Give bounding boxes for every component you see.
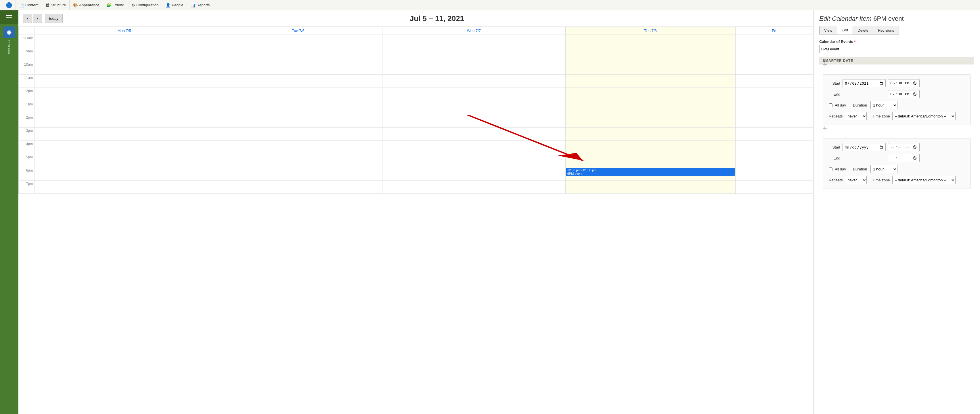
cell-fri-5pm[interactable] bbox=[735, 154, 813, 167]
cell-fri-3pm[interactable] bbox=[735, 128, 813, 141]
today-button[interactable]: today bbox=[45, 14, 63, 23]
duration-select-2[interactable]: 1 hour 30 minutes 2 hours bbox=[870, 165, 897, 173]
start-date-input-2[interactable] bbox=[843, 143, 886, 151]
cell-thu-12pm[interactable] bbox=[565, 88, 735, 101]
cell-thu-all-day[interactable] bbox=[565, 35, 735, 48]
hamburger-button[interactable] bbox=[0, 10, 18, 24]
cell-thu-6pm[interactable]: 12:00 pm - 01:00 pm 6PM event bbox=[565, 167, 735, 181]
cell-mon-1pm[interactable] bbox=[35, 101, 214, 114]
cell-fri-2pm[interactable] bbox=[735, 114, 813, 128]
cell-fri-10am[interactable] bbox=[735, 61, 813, 75]
nav-reports[interactable]: 📊 Reports bbox=[187, 0, 214, 10]
repeats-select-1[interactable]: never daily weekly monthly bbox=[845, 112, 867, 120]
field-label: Calendar of Events * bbox=[819, 40, 974, 44]
repeats-row-2: Repeats never daily weekly monthly Time … bbox=[829, 176, 965, 184]
cell-tue-3pm[interactable] bbox=[214, 128, 382, 141]
cell-wed-7pm[interactable] bbox=[382, 181, 566, 194]
cell-thu-2pm[interactable] bbox=[565, 114, 735, 128]
prev-button[interactable]: ‹ bbox=[23, 14, 32, 23]
cell-thu-11am[interactable] bbox=[565, 75, 735, 88]
cell-wed-9am[interactable] bbox=[382, 48, 566, 61]
nav-structure[interactable]: 🏛 Structure bbox=[42, 0, 70, 10]
tab-revisions[interactable]: Revisions bbox=[873, 26, 899, 35]
cell-thu-9am[interactable] bbox=[565, 48, 735, 61]
cell-fri-all-day[interactable] bbox=[735, 35, 813, 48]
nav-appearance[interactable]: 🎨 Appearance bbox=[70, 0, 103, 10]
cell-fri-11am[interactable] bbox=[735, 75, 813, 88]
cell-thu-1pm[interactable] bbox=[565, 101, 735, 114]
cell-mon-3pm[interactable] bbox=[35, 128, 214, 141]
cell-tue-6pm[interactable] bbox=[214, 167, 382, 181]
cell-wed-12pm[interactable] bbox=[382, 88, 566, 101]
nav-people[interactable]: 👤 People bbox=[162, 0, 187, 10]
tab-view[interactable]: View bbox=[819, 26, 837, 35]
cell-mon-5pm[interactable] bbox=[35, 154, 214, 167]
cell-tue-10am[interactable] bbox=[214, 61, 382, 75]
cell-mon-all-day[interactable] bbox=[35, 35, 214, 48]
start-date-input-1[interactable] bbox=[843, 79, 886, 87]
cell-wed-5pm[interactable] bbox=[382, 154, 566, 167]
drag-handle-2[interactable]: ✛ bbox=[823, 125, 827, 131]
cell-wed-10am[interactable] bbox=[382, 61, 566, 75]
cell-fri-9am[interactable] bbox=[735, 48, 813, 61]
nav-configuration[interactable]: ⚙ Configuration bbox=[128, 0, 162, 10]
next-button[interactable]: › bbox=[33, 14, 42, 23]
tab-delete[interactable]: Delete bbox=[853, 26, 873, 35]
cell-thu-3pm[interactable] bbox=[565, 128, 735, 141]
cell-thu-5pm[interactable] bbox=[565, 154, 735, 167]
cell-wed-3pm[interactable] bbox=[382, 128, 566, 141]
cell-mon-9am[interactable] bbox=[35, 48, 214, 61]
end-time-input-1[interactable] bbox=[888, 90, 920, 98]
cell-tue-7pm[interactable] bbox=[214, 181, 382, 194]
cell-mon-12pm[interactable] bbox=[35, 88, 214, 101]
end-time-input-2[interactable] bbox=[888, 154, 920, 162]
cell-fri-6pm[interactable] bbox=[735, 167, 813, 181]
duration-select-1[interactable]: 1 hour 30 minutes 2 hours bbox=[870, 101, 897, 109]
nav-drupal-logo[interactable]: 🔵 bbox=[2, 0, 16, 10]
cell-mon-6pm[interactable] bbox=[35, 167, 214, 181]
cell-wed-6pm[interactable] bbox=[382, 167, 566, 181]
cell-mon-10am[interactable] bbox=[35, 61, 214, 75]
cell-mon-7pm[interactable] bbox=[35, 181, 214, 194]
repeats-select-2[interactable]: never daily weekly monthly bbox=[845, 176, 867, 184]
cell-mon-2pm[interactable] bbox=[35, 114, 214, 128]
cell-fri-1pm[interactable] bbox=[735, 101, 813, 114]
start-time-input-2[interactable] bbox=[888, 143, 920, 151]
cell-wed-4pm[interactable] bbox=[382, 141, 566, 154]
cell-tue-9am[interactable] bbox=[214, 48, 382, 61]
calendar-of-events-input[interactable] bbox=[819, 45, 911, 53]
cell-tue-11am[interactable] bbox=[214, 75, 382, 88]
allday-checkbox-2[interactable] bbox=[829, 167, 832, 171]
nav-extend[interactable]: 🧩 Extend bbox=[103, 0, 128, 10]
cell-tue-all-day[interactable] bbox=[214, 35, 382, 48]
timezone-select-1[interactable]: – default: America/Edmonton – America/Va… bbox=[892, 112, 956, 120]
cell-thu-10am[interactable] bbox=[565, 61, 735, 75]
nav-content[interactable]: 📄 Content bbox=[16, 0, 42, 10]
cell-mon-11am[interactable] bbox=[35, 75, 214, 88]
cell-tue-5pm[interactable] bbox=[214, 154, 382, 167]
rss-feed-button[interactable]: ◉ bbox=[3, 27, 15, 38]
cell-tue-4pm[interactable] bbox=[214, 141, 382, 154]
cell-thu-4pm[interactable] bbox=[565, 141, 735, 154]
cell-wed-11am[interactable] bbox=[382, 75, 566, 88]
drag-handle-1[interactable]: ✛ bbox=[823, 61, 827, 68]
cell-mon-4pm[interactable] bbox=[35, 141, 214, 154]
allday-row-1: All day Duration 1 hour 30 minutes 2 hou… bbox=[829, 101, 965, 109]
cell-wed-2pm[interactable] bbox=[382, 114, 566, 128]
cell-wed-1pm[interactable] bbox=[382, 101, 566, 114]
timezone-select-2[interactable]: – default: America/Edmonton – America/Va… bbox=[892, 176, 956, 184]
cell-tue-2pm[interactable] bbox=[214, 114, 382, 128]
cell-fri-4pm[interactable] bbox=[735, 141, 813, 154]
cell-fri-12pm[interactable] bbox=[735, 88, 813, 101]
required-star: * bbox=[854, 40, 856, 44]
cell-tue-1pm[interactable] bbox=[214, 101, 382, 114]
cell-fri-7pm[interactable] bbox=[735, 181, 813, 194]
event-block[interactable]: 12:00 pm - 01:00 pm 6PM event bbox=[566, 168, 735, 176]
calendar-row: 6pm12:00 pm - 01:00 pm 6PM event bbox=[19, 167, 813, 181]
allday-checkbox-1[interactable] bbox=[829, 103, 832, 107]
cell-wed-all-day[interactable] bbox=[382, 35, 566, 48]
tab-edit[interactable]: Edit bbox=[837, 26, 853, 35]
cell-tue-12pm[interactable] bbox=[214, 88, 382, 101]
start-time-input-1[interactable] bbox=[888, 79, 920, 87]
cell-thu-7pm[interactable] bbox=[565, 181, 735, 194]
